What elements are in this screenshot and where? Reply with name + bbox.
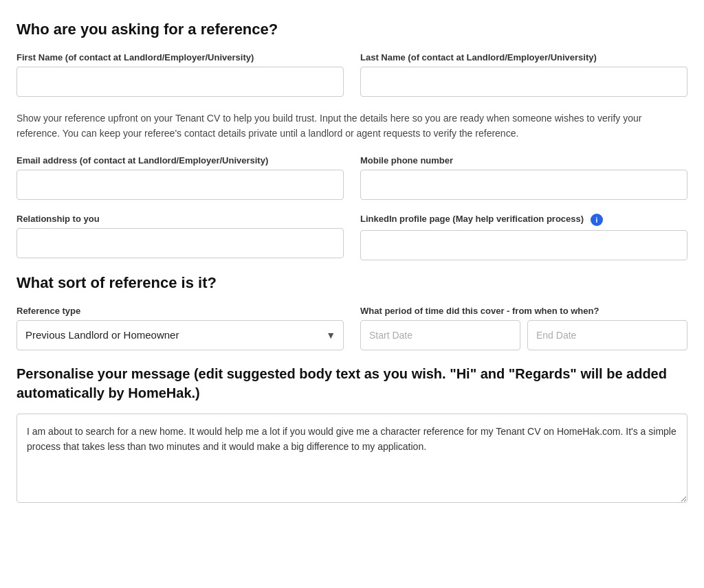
date-range-row xyxy=(360,320,688,350)
email-input[interactable] xyxy=(16,170,344,200)
relationship-label: Relationship to you xyxy=(16,214,344,224)
info-text: Show your reference upfront on your Tena… xyxy=(16,111,688,142)
reference-type-label: Reference type xyxy=(16,306,344,316)
relationship-input[interactable] xyxy=(16,228,344,258)
linkedin-label: LinkedIn profile page (May help verifica… xyxy=(360,214,688,226)
reference-type-select[interactable]: Previous Landlord or Homeowner Employer … xyxy=(16,320,344,350)
section1-title: Who are you asking for a reference? xyxy=(16,21,688,38)
linkedin-input[interactable] xyxy=(360,230,688,260)
start-date-input[interactable] xyxy=(360,320,520,350)
section2-title: What sort of reference is it? xyxy=(16,274,688,292)
last-name-label: Last Name (of contact at Landlord/Employ… xyxy=(360,52,688,63)
info-icon[interactable]: i xyxy=(591,214,603,226)
first-name-input[interactable] xyxy=(16,67,344,97)
end-date-input[interactable] xyxy=(527,320,688,350)
first-name-label: First Name (of contact at Landlord/Emplo… xyxy=(16,52,344,63)
period-label: What period of time did this cover - fro… xyxy=(360,306,688,316)
message-textarea[interactable]: I am about to search for a new home. It … xyxy=(16,414,688,503)
email-label: Email address (of contact at Landlord/Em… xyxy=(16,155,344,166)
reference-type-wrapper: Previous Landlord or Homeowner Employer … xyxy=(16,320,344,350)
personalise-title: Personalise your message (edit suggested… xyxy=(16,364,688,403)
phone-input[interactable] xyxy=(360,170,688,200)
phone-label: Mobile phone number xyxy=(360,155,688,166)
last-name-input[interactable] xyxy=(360,67,688,97)
